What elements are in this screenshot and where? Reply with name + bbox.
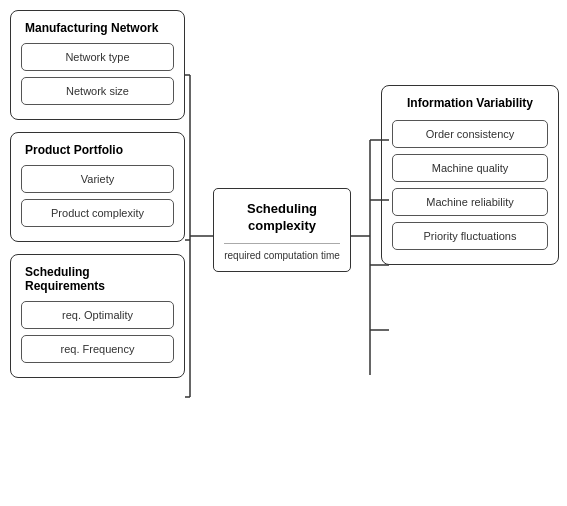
manufacturing-network-box: Manufacturing Network Network type Netwo… xyxy=(10,10,185,120)
product-portfolio-title: Product Portfolio xyxy=(21,143,174,157)
order-consistency-item: Order consistency xyxy=(392,120,548,148)
scheduling-complexity-box: Scheduling complexity required computati… xyxy=(213,188,351,272)
priority-fluctuations-item: Priority fluctuations xyxy=(392,222,548,250)
left-column: Manufacturing Network Network type Netwo… xyxy=(10,10,185,378)
req-optimality-item: req. Optimality xyxy=(21,301,174,329)
variety-item: Variety xyxy=(21,165,174,193)
information-variability-title: Information Variability xyxy=(392,96,548,110)
req-frequency-item: req. Frequency xyxy=(21,335,174,363)
network-type-item: Network type xyxy=(21,43,174,71)
product-portfolio-box: Product Portfolio Variety Product comple… xyxy=(10,132,185,242)
diagram-container: Manufacturing Network Network type Netwo… xyxy=(0,0,567,506)
product-complexity-item: Product complexity xyxy=(21,199,174,227)
scheduling-complexity-subtitle: required computation time xyxy=(224,243,340,261)
scheduling-requirements-title: Scheduling Requirements xyxy=(21,265,174,293)
scheduling-requirements-box: Scheduling Requirements req. Optimality … xyxy=(10,254,185,378)
machine-reliability-item: Machine reliability xyxy=(392,188,548,216)
network-size-item: Network size xyxy=(21,77,174,105)
scheduling-complexity-title: Scheduling complexity xyxy=(224,201,340,235)
machine-quality-item: Machine quality xyxy=(392,154,548,182)
information-variability-box: Information Variability Order consistenc… xyxy=(381,85,559,265)
manufacturing-network-title: Manufacturing Network xyxy=(21,21,174,35)
